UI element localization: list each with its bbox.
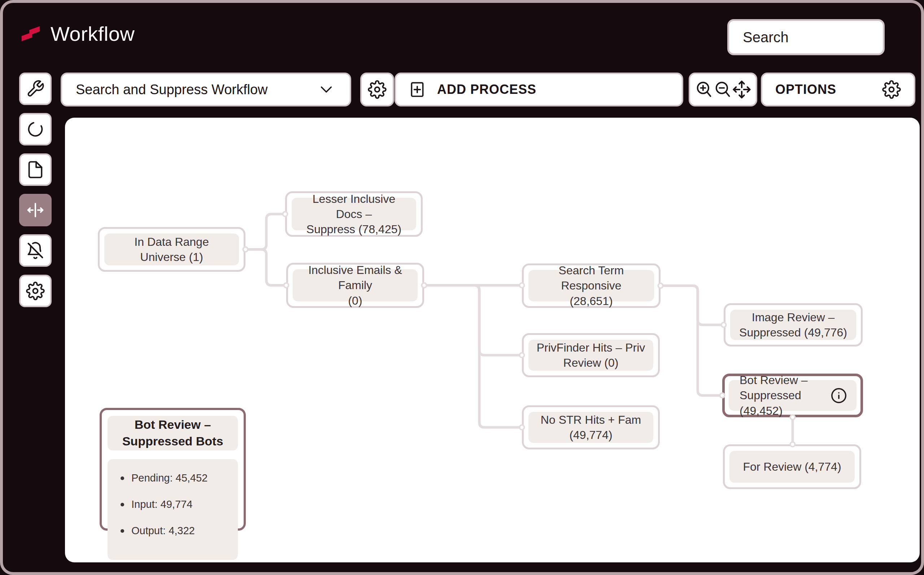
node-privfinder[interactable]: PrivFinder Hits – Priv Review (0) bbox=[522, 333, 660, 377]
node-detail-panel: Bot Review – Suppressed Bots Pending: 45… bbox=[100, 408, 246, 531]
node-label: PrivFinder Hits – Priv Review (0) bbox=[537, 340, 645, 370]
stat-item: Pending: 45,452 bbox=[121, 472, 232, 484]
page-title: Workflow bbox=[51, 22, 135, 46]
progress-circle-icon bbox=[26, 120, 45, 138]
node-in_data_range[interactable]: In Data Range Universe (1) bbox=[98, 227, 245, 272]
node-inclusive[interactable]: Inclusive Emails & Family (0) bbox=[286, 263, 424, 308]
node-label: Inclusive Emails & Family (0) bbox=[301, 262, 410, 308]
search-input[interactable] bbox=[743, 29, 924, 46]
document-icon bbox=[26, 160, 45, 179]
node-body: Image Review – Suppressed (49,776) bbox=[730, 310, 856, 340]
app-logo-icon bbox=[20, 23, 41, 44]
sidebar-item-progress[interactable] bbox=[19, 113, 52, 146]
node-body: Search Term Responsive (28,651) bbox=[529, 270, 654, 302]
wrench-icon bbox=[26, 79, 45, 98]
node-search_term[interactable]: Search Term Responsive (28,651) bbox=[522, 264, 660, 308]
workflow-selector-value: Search and Suppress Workflow bbox=[76, 82, 268, 97]
sidebar bbox=[19, 73, 52, 307]
zoom-out-icon[interactable] bbox=[713, 80, 732, 99]
gear-icon bbox=[26, 281, 45, 300]
sidebar-item-workflow-view[interactable] bbox=[19, 194, 52, 226]
sidebar-item-documents[interactable] bbox=[19, 153, 52, 186]
node-label: No STR Hits + Fam (49,774) bbox=[541, 412, 641, 443]
node-label: Lesser Inclusive Docs – Suppress (78,425… bbox=[300, 191, 408, 237]
node-label: Bot Review – Suppressed (49,452) bbox=[740, 373, 830, 418]
pan-icon[interactable] bbox=[732, 80, 751, 99]
node-bot_review[interactable]: Bot Review – Suppressed (49,452) bbox=[722, 373, 863, 417]
search-box[interactable] bbox=[727, 19, 885, 55]
node-body: In Data Range Universe (1) bbox=[104, 233, 239, 265]
node-body: For Review (4,774) bbox=[729, 451, 855, 483]
zoom-in-icon[interactable] bbox=[694, 80, 713, 99]
options-button[interactable]: OPTIONS bbox=[761, 73, 915, 106]
sidebar-item-notifications-muted[interactable] bbox=[19, 234, 52, 267]
app-window: Workflow Search and Suppress Workflow AD… bbox=[0, 0, 924, 575]
node-label: For Review (4,774) bbox=[743, 459, 841, 474]
workflow-canvas[interactable]: In Data Range Universe (1)Lesser Inclusi… bbox=[65, 118, 920, 562]
resize-arrows-icon bbox=[25, 200, 45, 220]
node-image_review[interactable]: Image Review – Suppressed (49,776) bbox=[724, 303, 863, 346]
node-label: In Data Range Universe (1) bbox=[112, 234, 231, 265]
bell-off-icon bbox=[26, 241, 45, 260]
node-label: Image Review – Suppressed (49,776) bbox=[739, 310, 847, 340]
node-body: Bot Review – Suppressed (49,452) bbox=[729, 380, 856, 411]
workflow-settings-button[interactable] bbox=[360, 73, 394, 106]
add-process-label: ADD PROCESS bbox=[437, 82, 537, 97]
detail-panel-stats: Pending: 45,452Input: 49,774Output: 4,32… bbox=[108, 459, 238, 560]
gear-icon bbox=[368, 80, 387, 99]
options-label: OPTIONS bbox=[775, 82, 836, 97]
node-body: PrivFinder Hits – Priv Review (0) bbox=[529, 340, 653, 371]
stat-item: Output: 4,322 bbox=[121, 525, 232, 537]
info-icon[interactable] bbox=[830, 387, 847, 404]
node-for_review[interactable]: For Review (4,774) bbox=[723, 444, 861, 489]
add-process-button[interactable]: ADD PROCESS bbox=[394, 73, 683, 106]
zoom-controls bbox=[689, 73, 757, 106]
workflow-selector[interactable]: Search and Suppress Workflow bbox=[60, 73, 351, 106]
node-body: Inclusive Emails & Family (0) bbox=[293, 269, 418, 302]
node-body: Lesser Inclusive Docs – Suppress (78,425… bbox=[292, 198, 416, 230]
node-lesser[interactable]: Lesser Inclusive Docs – Suppress (78,425… bbox=[285, 191, 423, 237]
node-no_str[interactable]: No STR Hits + Fam (49,774) bbox=[522, 405, 660, 450]
plus-square-icon bbox=[408, 81, 426, 98]
sidebar-item-tools[interactable] bbox=[19, 73, 52, 105]
stat-item: Input: 49,774 bbox=[121, 499, 232, 510]
app-brand: Workflow bbox=[20, 22, 135, 46]
gear-icon bbox=[882, 80, 901, 99]
node-body: No STR Hits + Fam (49,774) bbox=[529, 412, 653, 443]
sidebar-item-settings[interactable] bbox=[19, 275, 52, 307]
chevron-down-icon bbox=[318, 81, 335, 98]
detail-panel-title: Bot Review – Suppressed Bots bbox=[108, 416, 238, 451]
node-label: Search Term Responsive (28,651) bbox=[537, 263, 646, 309]
